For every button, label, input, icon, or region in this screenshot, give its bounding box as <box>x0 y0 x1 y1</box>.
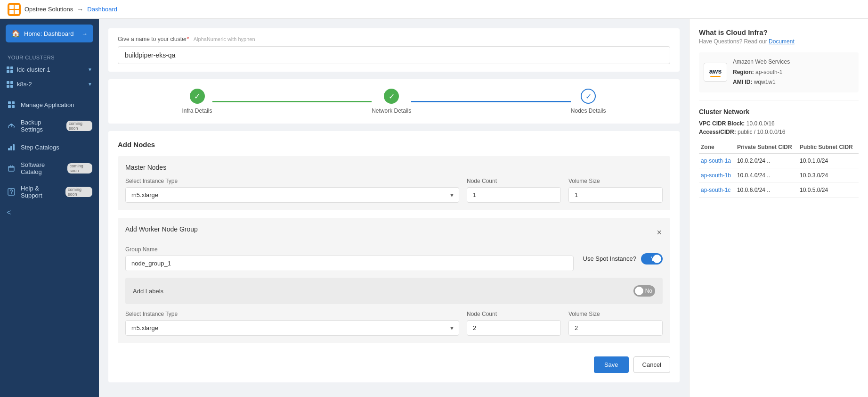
cidr-col-private: Private Subnet CIDR <box>735 141 798 154</box>
backup-settings-badge: coming soon <box>66 121 92 131</box>
sidebar-item-software-catalog[interactable]: Software Catalog coming soon <box>0 157 99 180</box>
svg-rect-4 <box>8 148 10 150</box>
sidebar-item-step-catalogs[interactable]: Step Catalogs <box>0 138 99 157</box>
worker-node-panel: Add Worker Node Group × Group Name Use S… <box>118 218 670 343</box>
master-volume-label: Volume Size <box>568 178 663 184</box>
cluster-icon-k8s <box>7 81 13 88</box>
right-panel: What is Cloud Infra? Have Questions? Rea… <box>689 19 868 397</box>
cluster-name-hint: AlphaNumeric with hyphen <box>194 36 255 42</box>
cloud-upload-icon <box>7 121 16 131</box>
worker-node-count-label: Node Count <box>467 311 561 317</box>
master-node-count-input[interactable] <box>467 187 561 203</box>
worker-instance-type-group: Select Instance Type m5.xlargem5.largem5… <box>125 311 459 336</box>
sidebar-item-manage-application[interactable]: Manage Application <box>0 95 99 114</box>
worker-node-close-button[interactable]: × <box>656 227 663 239</box>
topbar-arrow: → <box>77 6 83 13</box>
cidr-zone: ap-south-1b <box>699 168 735 182</box>
aws-region: Region: ap-south-1 <box>733 67 790 78</box>
svg-rect-6 <box>13 144 15 150</box>
cidr-private: 10.0.2.0/24 .. <box>735 153 798 168</box>
worker-node-title: Add Worker Node Group <box>125 225 198 233</box>
company-logo <box>8 3 21 16</box>
topbar-page-link[interactable]: Dashboard <box>87 6 117 13</box>
spot-instance-label: Use Spot Instance? <box>583 255 636 262</box>
sidebar-item-help-support[interactable]: Help & Support coming soon <box>0 180 99 204</box>
master-nodes-panel: Master Nodes Select Instance Type m5.xla… <box>118 156 670 210</box>
cidr-col-public: Public Subnet CIDR <box>798 141 859 154</box>
software-catalog-badge: coming soon <box>67 163 92 174</box>
step-line-2 <box>411 101 571 102</box>
worker-node-count-input[interactable] <box>467 320 561 336</box>
cluster-chevron-k8s: ▼ <box>88 82 92 87</box>
add-labels-toggle[interactable]: No <box>633 285 655 297</box>
master-instance-select[interactable]: m5.xlargem5.largem5.2xlarget3.large <box>125 187 459 203</box>
help-icon <box>7 187 16 197</box>
aws-ami: AMI ID: wqw1w1 <box>733 77 790 88</box>
master-volume-input[interactable] <box>568 187 663 203</box>
step-catalogs-label: Step Catalogs <box>21 144 59 151</box>
cluster-icon <box>7 66 13 73</box>
cluster-item-ldc[interactable]: ldc-cluster-1 ▼ <box>0 62 99 77</box>
clusters-label: Your Clusters <box>0 52 99 62</box>
content-area: Give a name to your cluster* AlphaNumeri… <box>99 19 689 397</box>
group-name-input[interactable] <box>125 256 574 271</box>
worker-instance-select[interactable]: m5.xlargem5.largem5.2xlarget3.large <box>125 320 459 336</box>
vpc-cidr-detail: VPC CIDR Block: 10.0.0.0/16 <box>699 120 859 127</box>
svg-rect-1 <box>12 101 15 104</box>
add-labels-title: Add Labels <box>133 288 163 295</box>
cidr-zone: ap-south-1a <box>699 153 735 168</box>
divider-1 <box>699 100 859 100</box>
worker-volume-input[interactable] <box>568 320 663 336</box>
spot-toggle-yes-label: Yes <box>650 256 660 262</box>
step-line-1 <box>212 101 372 102</box>
cidr-public: 10.0.5.0/24 <box>798 182 859 197</box>
sidebar-item-backup-settings[interactable]: Backup Settings coming soon <box>0 114 99 138</box>
table-row: ap-south-1c10.0.6.0/24 ..10.0.5.0/24 <box>699 182 859 197</box>
master-nodes-form-row: Select Instance Type m5.xlargem5.largem5… <box>125 178 663 203</box>
spot-instance-toggle[interactable]: Yes <box>641 253 663 265</box>
required-marker: * <box>187 36 189 42</box>
step-nodes-circle: ✓ <box>581 89 596 104</box>
add-labels-row: Add Labels No <box>133 285 655 297</box>
worker-node-count-group: Node Count <box>467 311 561 336</box>
svg-rect-3 <box>12 105 15 108</box>
stepper: ✓ Infra Details ✓ Network Details ✓ Node… <box>108 79 680 124</box>
worker-instance-select-wrapper: m5.xlargem5.largem5.2xlarget3.large ▼ <box>125 320 459 336</box>
table-row: ap-south-1b10.0.4.0/24 ..10.0.3.0/24 <box>699 168 859 182</box>
master-nodes-title: Master Nodes <box>125 164 663 171</box>
cluster-item-k8s[interactable]: k8s-2 ▼ <box>0 77 99 91</box>
save-button[interactable]: Save <box>594 356 629 373</box>
step-nodes-details: ✓ Nodes Details <box>571 89 606 114</box>
cidr-public: 10.0.1.0/24 <box>798 153 859 168</box>
cancel-button[interactable]: Cancel <box>633 356 670 373</box>
cluster-name-ldc: ldc-cluster-1 <box>17 66 50 73</box>
home-button-label: Home: Dashboard <box>24 30 74 37</box>
aws-info: Amazon Web Services Region: ap-south-1 A… <box>733 57 790 88</box>
group-name-group: Group Name <box>125 246 574 271</box>
cidr-private: 10.0.4.0/24 .. <box>735 168 798 182</box>
worker-node-header: Add Worker Node Group × <box>125 225 663 240</box>
help-support-badge: coming soon <box>65 187 92 197</box>
cluster-name-input[interactable] <box>118 46 670 64</box>
sidebar-collapse-button[interactable]: < <box>0 204 99 222</box>
step-infra-circle: ✓ <box>190 89 205 104</box>
home-dashboard-button[interactable]: 🏠 Home: Dashboard → <box>6 25 93 42</box>
cidr-private: 10.0.6.0/24 .. <box>735 182 798 197</box>
grid-icon <box>7 100 16 109</box>
main-content: Give a name to your cluster* AlphaNumeri… <box>99 19 868 397</box>
cidr-table: Zone Private Subnet CIDR Public Subnet C… <box>699 141 859 198</box>
master-instance-type-group: Select Instance Type m5.xlargem5.largem5… <box>125 178 459 203</box>
cluster-name-section: Give a name to your cluster* AlphaNumeri… <box>108 28 680 72</box>
add-nodes-panel: Add Nodes Master Nodes Select Instance T… <box>108 131 680 382</box>
company-name: Opstree Solutions <box>24 6 73 13</box>
steps-icon <box>7 142 16 152</box>
svg-point-9 <box>11 193 12 194</box>
document-link[interactable]: Document <box>769 38 795 45</box>
master-node-count-group: Node Count <box>467 178 561 203</box>
cluster-chevron-ldc: ▼ <box>88 67 92 72</box>
svg-rect-2 <box>8 105 11 108</box>
box-icon <box>7 164 16 173</box>
cluster-name-label: Give a name to your cluster* AlphaNumeri… <box>118 36 670 42</box>
help-support-label: Help & Support <box>21 185 59 199</box>
cidr-zone: ap-south-1c <box>699 182 735 197</box>
